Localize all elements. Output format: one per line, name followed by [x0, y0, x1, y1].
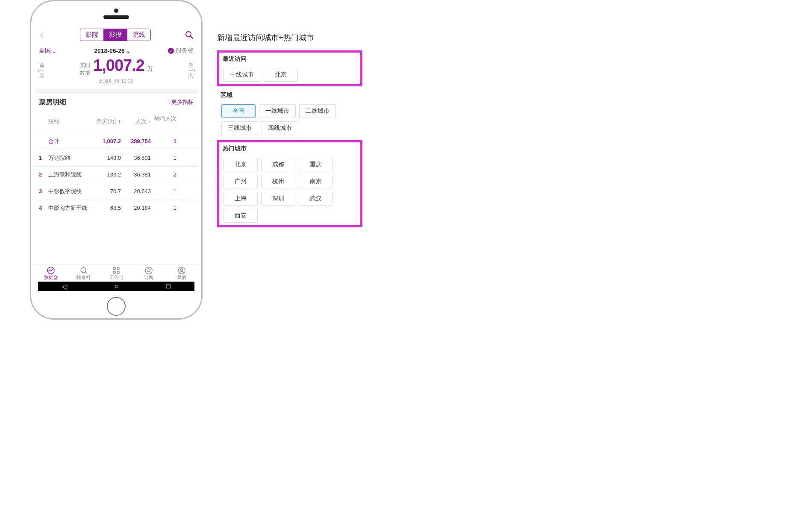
row-box: 148.0 — [91, 155, 121, 161]
tab-cinema[interactable]: 影院 — [80, 29, 104, 41]
search-icon — [67, 266, 100, 274]
city-chip[interactable]: 武汉 — [299, 192, 333, 206]
city-chip[interactable]: 重庆 — [299, 158, 333, 171]
realtime-label: 实时 数据 — [79, 62, 91, 77]
table-row[interactable]: 1万达院线148.036,5311 — [35, 150, 198, 166]
city-chip[interactable]: 西安 — [224, 209, 258, 223]
nav-resources[interactable]: 找资料 — [67, 266, 100, 281]
tab-chain[interactable]: 院线 — [127, 29, 150, 41]
hero-center: 实时 数据 1,007.2 万 北京时间 10:30 — [79, 56, 153, 85]
nav-subscribe[interactable]: 订阅 — [132, 266, 165, 281]
chip-row: 一线城市北京 — [219, 65, 360, 84]
col-avg[interactable]: 场均人次 ↓ — [151, 115, 177, 129]
row-rank: 1 — [39, 155, 48, 161]
city-chip[interactable]: 南京 — [299, 175, 333, 188]
col-att[interactable]: 人次 ↓ — [121, 118, 151, 125]
sort-icon: ↓ — [174, 122, 177, 129]
row-avg: 1 — [151, 155, 177, 161]
city-section: 热门城市北京成都重庆广州杭州南京上海深圳武汉西安 — [217, 140, 362, 227]
nav-workbench[interactable]: 工作台 — [100, 266, 132, 281]
city-section: 区域全国一线城市二线城市三线城市四线城市 — [217, 89, 362, 138]
row-name: 中影南方新干线 — [48, 204, 91, 212]
next-day-button[interactable]: 后 一 天 › — [188, 63, 195, 78]
city-chip[interactable]: 三线城市 — [221, 121, 258, 135]
col-att-label: 人次 — [135, 118, 147, 124]
row-avg: 1 — [151, 188, 177, 194]
svg-rect-6 — [117, 267, 119, 270]
row-rank: 3 — [39, 188, 48, 194]
city-chip[interactable]: 杭州 — [261, 175, 295, 188]
android-back-icon[interactable]: ◁ — [62, 282, 67, 291]
phone-frame: 影院 影投 院线 全国 ⌄ 2018-06-26 ⌄ ✓ 服务费 — [30, 0, 203, 320]
home-button[interactable] — [107, 297, 126, 316]
col-name[interactable]: 院线 — [48, 118, 91, 125]
total-box: 1,007.2 — [91, 138, 121, 144]
table-total-row: 合计 1,007.2 289,754 1 — [35, 133, 198, 150]
phone-screen: 影院 影投 院线 全国 ⌄ 2018-06-26 ⌄ ✓ 服务费 — [35, 26, 198, 291]
row-avg: 2 — [151, 171, 177, 178]
back-icon[interactable] — [39, 29, 46, 41]
fee-toggle[interactable]: ✓ 服务费 — [168, 47, 194, 55]
city-chip[interactable]: 成都 — [261, 158, 295, 171]
user-icon — [165, 266, 198, 274]
bottom-nav: 数据盒 找资料 工作台 订阅 — [35, 264, 198, 282]
row-box: 68.5 — [91, 205, 121, 211]
phone-top — [31, 1, 201, 26]
nav-mine[interactable]: 我的 — [165, 266, 198, 281]
city-chip[interactable]: 一线城市 — [259, 104, 296, 118]
prev-day-button[interactable]: ‹ 前 一 天 — [37, 63, 44, 78]
col-box[interactable]: 票房(万) ↓ — [91, 118, 121, 125]
section-title: 最近访问 — [219, 53, 360, 65]
android-recent-icon[interactable]: □ — [167, 282, 171, 290]
nav-label: 我的 — [177, 275, 186, 280]
more-indicators-link[interactable]: +更多指标 — [168, 98, 194, 106]
svg-rect-8 — [117, 271, 119, 273]
section-title: 区域 — [217, 89, 362, 102]
total-name: 合计 — [48, 138, 91, 145]
region-picker[interactable]: 全国 ⌄ — [39, 47, 57, 55]
table-row[interactable]: 3中影数字院线70.720,6431 — [35, 183, 198, 200]
hero-value: 1,007.2 — [93, 56, 144, 74]
row-box: 70.7 — [91, 188, 121, 194]
row-rank: 4 — [39, 205, 48, 211]
table-row[interactable]: 4中影南方新干线68.520,1841 — [35, 200, 198, 216]
tab-invest[interactable]: 影投 — [104, 29, 127, 41]
row-att: 36,381 — [121, 171, 151, 178]
col-avg-label: 场均人次 — [154, 115, 177, 121]
chip-row: 北京成都重庆广州杭州南京上海深圳武汉西安 — [219, 155, 360, 225]
svg-line-4 — [85, 272, 87, 273]
city-chip[interactable]: 二线城市 — [299, 104, 336, 118]
region-label: 全国 — [39, 47, 51, 55]
table-row[interactable]: 2上海联和院线133.236,3812 — [35, 166, 198, 183]
hero-time: 北京时间 10:30 — [79, 78, 153, 85]
city-chip[interactable]: 四线城市 — [262, 121, 298, 135]
row-att: 20,643 — [121, 188, 151, 194]
city-chip[interactable]: 全国 — [221, 104, 256, 118]
nav-label: 订阅 — [144, 275, 153, 280]
row-box: 133.2 — [91, 171, 121, 178]
svg-rect-7 — [113, 271, 115, 273]
date-picker[interactable]: 2018-06-26 ⌄ — [94, 47, 131, 54]
city-chip[interactable]: 上海 — [224, 192, 258, 206]
search-icon[interactable] — [185, 31, 194, 39]
nav-label: 工作台 — [109, 275, 124, 280]
city-chip[interactable]: 深圳 — [261, 192, 295, 206]
android-home-icon[interactable]: ○ — [115, 282, 119, 290]
camera-dot — [114, 9, 118, 13]
city-chip[interactable]: 广州 — [224, 175, 258, 188]
svg-rect-5 — [113, 267, 115, 270]
check-icon: ✓ — [168, 48, 174, 54]
row-att: 36,531 — [121, 155, 151, 161]
nav-databox[interactable]: 数据盒 — [35, 266, 67, 281]
city-picker-panel: 最近访问一线城市北京区域全国一线城市二线城市三线城市四线城市热门城市北京成都重庆… — [217, 50, 362, 230]
chart-icon — [35, 266, 67, 274]
city-chip[interactable]: 北京 — [264, 68, 298, 82]
total-att: 289,754 — [121, 138, 151, 144]
next-day-text-3: 天 — [188, 73, 193, 78]
chevron-right-icon: › — [193, 67, 195, 74]
row-att: 20,184 — [121, 205, 151, 211]
table-header: 院线 票房(万) ↓ 人次 ↓ 场均人次 ↓ — [35, 110, 198, 133]
city-chip[interactable]: 北京 — [224, 158, 258, 171]
nav-label: 找资料 — [76, 275, 91, 280]
city-chip[interactable]: 一线城市 — [224, 68, 260, 82]
